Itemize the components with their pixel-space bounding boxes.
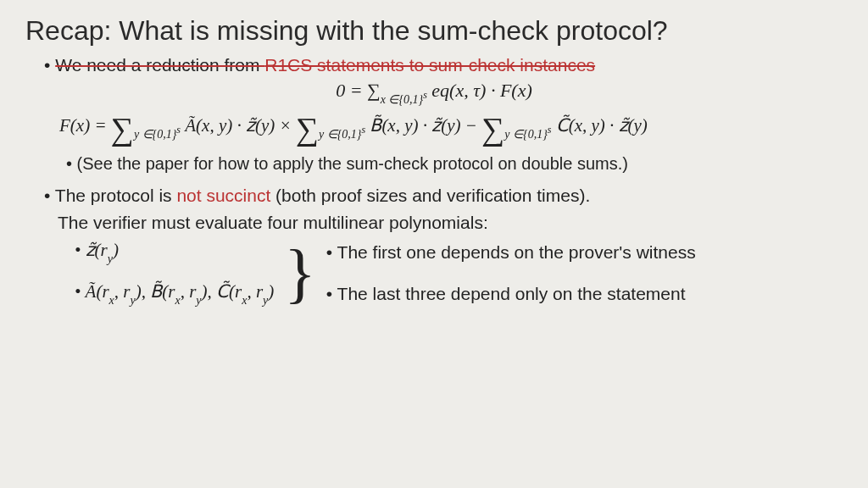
term-b: B̃(x, y) · z̃(y) − [370, 115, 481, 136]
brace-icon: } [282, 240, 322, 308]
eq2-lhs: F(x) = [59, 115, 111, 136]
equation-2: F(x) = ∑y ∈{0,1}s Ã(x, y) · z̃(y) × ∑y ∈… [59, 112, 843, 147]
term-c: C̃(x, y) · z̃(y) [556, 115, 648, 136]
slide-title: Recap: What is missing with the sum-chec… [25, 15, 843, 47]
eq1-sub: x ∈{0,1}s [381, 93, 427, 106]
line3-c: (both proof sizes and verification times… [270, 186, 590, 205]
explanation-list: The first one depends on the prover's wi… [323, 240, 696, 308]
sum-1: ∑ [111, 111, 134, 147]
polynomial-row: z̃(ry) Ã(rx, ry), B̃(rx, ry), C̃(rx, ry)… [75, 240, 843, 308]
sum-3: ∑ [481, 111, 504, 147]
poly-abc: Ã(rx, ry), B̃(rx, ry), C̃(rx, ry) [75, 281, 274, 308]
sum-2: ∑ [296, 111, 319, 147]
line-verifier: The verifier must evaluate four multilin… [58, 213, 843, 233]
poly-z: z̃(ry) [75, 240, 274, 266]
explain-last: The last three depend only on the statem… [326, 284, 696, 304]
sub-3: y ∈{0,1}s [504, 128, 551, 141]
equation-1: 0 = ∑x ∈{0,1}s eq(x, τ) · F(x) [25, 80, 843, 106]
slide: Recap: What is missing with the sum-chec… [0, 0, 868, 323]
bullet-succinct: The protocol is not succinct (both proof… [44, 184, 843, 208]
line3-b: not succinct [176, 186, 270, 205]
eq1-body: eq(x, τ) · F(x) [427, 80, 532, 101]
eq1-lhs: 0 = ∑ [336, 80, 381, 101]
sub-2: y ∈{0,1}s [319, 128, 365, 141]
sub-1: y ∈{0,1}s [134, 128, 181, 141]
term-a: Ã(x, y) · z̃(y) × [185, 115, 296, 136]
explain-first: The first one depends on the prover's wi… [326, 242, 696, 263]
strike-text-1: We need a reduction from [55, 55, 264, 75]
polynomial-list: z̃(ry) Ã(rx, ry), B̃(rx, ry), C̃(rx, ry) [75, 240, 282, 308]
note-double-sums: (See the paper for how to apply the sum-… [66, 152, 843, 175]
bullet-reduction: We need a reduction from R1CS statements… [44, 53, 843, 77]
line3-a: The protocol is [55, 186, 177, 205]
strike-text-2: R1CS statements to sum-check instances [264, 55, 595, 75]
